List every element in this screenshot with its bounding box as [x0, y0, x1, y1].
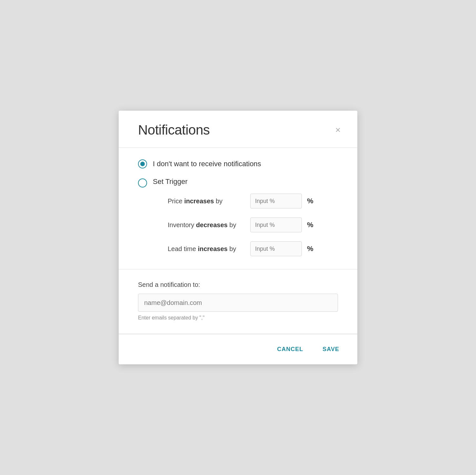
inventory-percent-symbol: % [307, 221, 313, 229]
leadtime-input[interactable] [250, 241, 302, 256]
price-trigger-row: Price increases by % [168, 194, 313, 208]
price-input[interactable] [250, 194, 302, 208]
close-icon: × [335, 126, 341, 135]
inventory-trigger-label: Inventory decreases by [168, 221, 245, 229]
set-trigger-radio[interactable] [138, 178, 147, 187]
set-trigger-content: Set Trigger Price increases by % Invento… [153, 177, 313, 256]
leadtime-trigger-row: Lead time increases by % [168, 241, 313, 256]
email-section-label: Send a notification to: [138, 281, 338, 288]
leadtime-trigger-label: Lead time increases by [168, 245, 245, 253]
set-trigger-option[interactable]: Set Trigger Price increases by % Invento… [138, 177, 338, 256]
leadtime-percent-symbol: % [307, 245, 313, 253]
price-trigger-label: Price increases by [168, 197, 245, 205]
close-button[interactable]: × [333, 124, 343, 136]
set-trigger-label: Set Trigger [153, 177, 188, 186]
notifications-dialog: Notifications × I don't want to receive … [119, 111, 357, 364]
email-section: Send a notification to: Enter emails sep… [119, 269, 357, 334]
no-notifications-radio[interactable] [138, 159, 147, 168]
inventory-input[interactable] [250, 217, 302, 232]
no-notifications-label: I don't want to receive notifications [153, 160, 261, 168]
dialog-title: Notifications [138, 122, 210, 138]
email-hint: Enter emails separated by "," [138, 315, 338, 321]
inventory-trigger-row: Inventory decreases by % [168, 217, 313, 232]
price-percent-symbol: % [307, 197, 313, 205]
trigger-section: I don't want to receive notifications Se… [119, 148, 357, 269]
cancel-button[interactable]: CANCEL [273, 343, 307, 355]
no-notifications-option[interactable]: I don't want to receive notifications [138, 159, 338, 168]
dialog-footer: CANCEL SAVE [119, 334, 357, 364]
dialog-header: Notifications × [119, 111, 357, 147]
trigger-fields: Price increases by % Inventory decreases… [168, 194, 313, 256]
save-button[interactable]: SAVE [319, 343, 343, 355]
email-input[interactable] [138, 294, 338, 312]
